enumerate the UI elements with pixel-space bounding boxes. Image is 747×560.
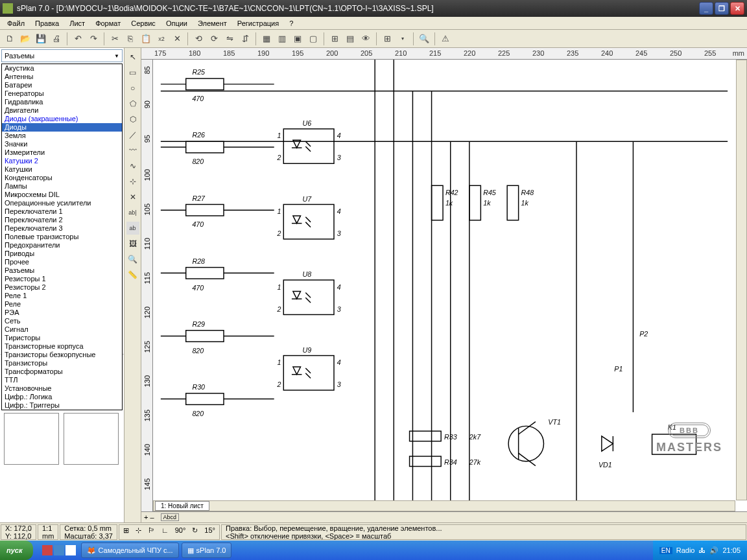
maximize-button[interactable]: ❐: [715, 2, 729, 15]
task-splan[interactable]: ▦ sPlan 7.0: [182, 542, 232, 558]
ql-icon-2[interactable]: [54, 545, 64, 555]
curve-tool-icon[interactable]: 〰: [126, 144, 139, 157]
category-item[interactable]: Батареи: [2, 81, 122, 89]
flip-h-icon[interactable]: ⇋: [222, 32, 237, 46]
star-tool-icon[interactable]: ⬡: [126, 113, 139, 126]
textbox-tool-icon[interactable]: ab: [126, 222, 139, 235]
category-item[interactable]: Переключатели 1: [2, 207, 122, 216]
category-item[interactable]: Катушки 2: [2, 157, 122, 165]
category-item[interactable]: РЭА: [2, 309, 122, 317]
category-item[interactable]: Приводы: [2, 250, 122, 258]
grid-toggle-icon[interactable]: ⊞: [123, 526, 129, 538]
ql-icon-1[interactable]: [42, 545, 53, 555]
front-icon[interactable]: ▣: [290, 32, 305, 46]
category-combo[interactable]: Разъемы▼: [1, 49, 123, 62]
rotate-r-icon[interactable]: ⟳: [207, 32, 221, 46]
grid-menu-icon[interactable]: ▾: [396, 32, 410, 46]
line-tool-icon[interactable]: ／: [126, 128, 139, 141]
snap-icon[interactable]: ⊹: [136, 526, 141, 538]
category-item[interactable]: Реле 1: [2, 292, 122, 300]
group-icon[interactable]: ▦: [259, 32, 274, 46]
category-item[interactable]: Транзисторы безкорпусные: [2, 351, 122, 359]
category-item[interactable]: Сеть: [2, 317, 122, 325]
tray-volume-icon[interactable]: 🔊: [709, 546, 718, 555]
category-item[interactable]: Резисторы 2: [2, 283, 122, 292]
undo-icon[interactable]: ↶: [71, 32, 85, 46]
node-tool-icon[interactable]: ⊹: [126, 175, 139, 188]
category-item[interactable]: Сигнал: [2, 325, 122, 334]
category-item[interactable]: Трансформаторы: [2, 368, 122, 376]
system-tray[interactable]: EN Radio 🖧 🔊 21:05: [653, 541, 747, 560]
menu-element[interactable]: Элемент: [193, 18, 231, 29]
rect-tool-icon[interactable]: ▭: [126, 66, 139, 79]
zoom-plus-icon[interactable]: + –: [144, 513, 154, 521]
ungroup-icon[interactable]: ▥: [275, 32, 289, 46]
menu-file[interactable]: Файл: [3, 18, 29, 29]
menu-format[interactable]: Формат: [91, 18, 125, 29]
horizontal-scrollbar[interactable]: 1: Новый лист: [153, 500, 735, 511]
category-item[interactable]: Конденсаторы: [2, 174, 122, 182]
zoom-icon[interactable]: 🔍: [417, 32, 431, 46]
paste-icon[interactable]: 📋: [139, 32, 153, 46]
category-item[interactable]: Измерители: [2, 148, 122, 157]
tray-radio[interactable]: Radio: [676, 546, 695, 554]
abcd-button[interactable]: Abcd: [161, 513, 180, 521]
category-item[interactable]: Диоды: [2, 123, 122, 132]
clock[interactable]: 21:05: [722, 546, 741, 554]
category-item[interactable]: Переключатели 2: [2, 216, 122, 224]
circle-tool-icon[interactable]: ○: [126, 82, 139, 95]
print-icon[interactable]: 🖨: [49, 32, 64, 46]
ql-icon-3[interactable]: [65, 545, 76, 555]
category-item[interactable]: Полевые транзисторы: [2, 233, 122, 241]
angle-icon[interactable]: ∟: [161, 526, 169, 538]
category-item[interactable]: ТТЛ: [2, 376, 122, 384]
rotate-icon[interactable]: ↻: [192, 526, 198, 538]
comp-icon[interactable]: ⊞: [327, 32, 342, 46]
grid-icon[interactable]: ⊞: [380, 32, 394, 46]
category-item[interactable]: Реле: [2, 300, 122, 309]
menu-options[interactable]: Опции: [161, 18, 192, 29]
flag-icon[interactable]: 🏳: [148, 526, 155, 538]
poly-tool-icon[interactable]: ⬠: [126, 97, 139, 110]
bezier-tool-icon[interactable]: ∿: [126, 159, 139, 172]
flip-v-icon[interactable]: ⇵: [238, 32, 252, 46]
redo-icon[interactable]: ↷: [86, 32, 101, 46]
open-icon[interactable]: 📂: [18, 32, 32, 46]
category-item[interactable]: Предохранители: [2, 241, 122, 250]
category-item[interactable]: Прочее: [2, 258, 122, 266]
category-item[interactable]: Резисторы 1: [2, 275, 122, 283]
find-icon[interactable]: 👁: [359, 32, 373, 46]
measure-tool-icon[interactable]: 📏: [126, 268, 139, 281]
menu-service[interactable]: Сервис: [126, 18, 160, 29]
category-item[interactable]: Лампы: [2, 182, 122, 191]
category-item[interactable]: Катушки: [2, 165, 122, 174]
category-item[interactable]: Диоды (закрашенные): [2, 115, 122, 123]
pointer-tool-icon[interactable]: ↖: [126, 51, 139, 64]
rotate-l-icon[interactable]: ⟲: [191, 32, 206, 46]
start-button[interactable]: пуск: [0, 541, 33, 560]
thumb-4[interactable]: [64, 413, 119, 465]
category-dropdown[interactable]: АкустикаАнтенныБатареиГенераторыГидравли…: [1, 64, 123, 410]
cross-tool-icon[interactable]: ✕: [126, 191, 139, 204]
minimize-button[interactable]: _: [699, 2, 713, 15]
category-item[interactable]: Операционные усилители: [2, 199, 122, 207]
x2-icon[interactable]: x2: [154, 32, 169, 46]
tray-network-icon[interactable]: 🖧: [698, 546, 706, 554]
zoom-tool-icon[interactable]: 🔍: [126, 253, 139, 266]
category-item[interactable]: Гидравлика: [2, 98, 122, 106]
category-item[interactable]: Акустика: [2, 64, 122, 73]
category-item[interactable]: Двигатели: [2, 106, 122, 115]
category-item[interactable]: Генераторы: [2, 89, 122, 98]
list-icon[interactable]: ▤: [343, 32, 357, 46]
category-item[interactable]: Транзисторные корпуса: [2, 342, 122, 351]
warn-icon[interactable]: ⚠: [438, 32, 453, 46]
category-item[interactable]: Земля: [2, 132, 122, 140]
thumb-3[interactable]: [4, 413, 59, 465]
category-item[interactable]: Переключатели 3: [2, 224, 122, 233]
category-item[interactable]: Микросхемы DIL: [2, 191, 122, 199]
category-item[interactable]: Цифр.: Логика: [2, 393, 122, 401]
menu-help[interactable]: ?: [285, 18, 298, 29]
close-button[interactable]: ✕: [730, 2, 744, 15]
cut-icon[interactable]: ✂: [108, 32, 122, 46]
category-item[interactable]: Транзисторы: [2, 359, 122, 368]
